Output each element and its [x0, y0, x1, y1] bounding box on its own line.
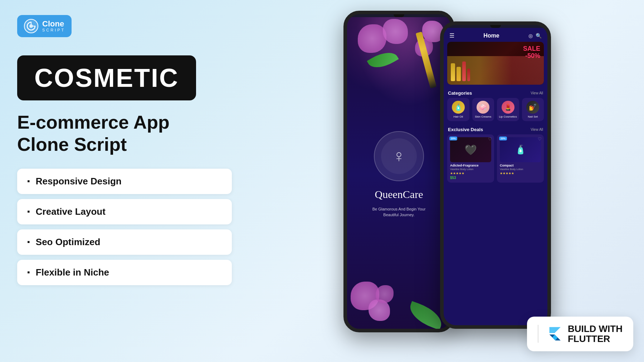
deals-section-header: Exclusive Deals View All [444, 124, 547, 134]
splash-brand-name: QueenCare [375, 188, 423, 200]
categories-section-header: Categories View All [444, 88, 547, 98]
splash-logo-circle: ♀ [374, 131, 424, 181]
feature-item-flexible: ▪ Flexible in Niche [17, 260, 232, 285]
flutter-badge-text: BUILD WITH FLUTTER [568, 324, 623, 344]
hero-subtitle: E-commerce App Clone Script [17, 111, 232, 156]
deal-name-2: Compact [500, 164, 541, 167]
hair-oil-label: Hair Oil [453, 115, 463, 118]
flower-bottom-3 [376, 285, 394, 303]
bullet-responsive: ▪ [27, 177, 30, 186]
subtitle-line2: Clone Script [17, 134, 127, 155]
phones-area: ♀ QueenCare Be Glamorous And Begin Your … [322, 0, 644, 362]
phone-topbar: ☰ Home ◎ 🔍 [444, 28, 547, 42]
deal-sub-1: Vaseline Body Lotion [450, 168, 491, 170]
splash-screen: ♀ QueenCare Be Glamorous And Begin Your … [347, 17, 451, 332]
logo-area: Clone SCRIPT [17, 15, 72, 37]
deal-sub-2: Vaseline Body Lotion [500, 168, 541, 170]
logo-text: Clone SCRIPT [42, 20, 65, 32]
hair-oil-icon: 🧴 [452, 101, 465, 114]
category-nail-set: 💅 Nail Set [522, 98, 544, 121]
deal-card-1: 20% ♡ 🖤 Adicted-Fragrance Vaseline Body … [447, 134, 494, 183]
subtitle-line1: E-commerce App [17, 112, 170, 133]
deals-row: 20% ♡ 🖤 Adicted-Fragrance Vaseline Body … [444, 134, 547, 183]
deals-view-all: View All [531, 128, 543, 132]
sale-percent: -50% [523, 53, 540, 60]
location-icon: ◎ [528, 33, 533, 39]
svg-marker-2 [549, 327, 560, 333]
splash-logo-inner: ♀ [381, 138, 417, 174]
feature-text-flexible: Flexible in Niche [36, 267, 109, 278]
silhouette-icon: ♀ [392, 146, 405, 166]
left-content-area: COSMETIC E-commerce App Clone Script ▪ R… [17, 55, 232, 285]
logo-script-text: SCRIPT [42, 28, 65, 32]
phone-splash-mockup: ♀ QueenCare Be Glamorous And Begin Your … [343, 11, 454, 332]
skin-creams-label: Skin Creams [475, 115, 491, 118]
feature-item-responsive: ▪ Responsive Design [17, 169, 232, 194]
deals-title: Exclusive Deals [448, 127, 483, 132]
deal-price-1: $53 [450, 176, 491, 180]
flutter-line1: BUILD WITH [568, 323, 623, 334]
skin-creams-icon: 🧼 [477, 101, 489, 114]
flutter-icon [544, 325, 562, 343]
home-screen: ☰ Home ◎ 🔍 SALE -50% [444, 28, 547, 328]
feature-item-creative: ▪ Creative Layout [17, 199, 232, 224]
flower-decoration-4 [383, 19, 408, 44]
category-skin-creams: 🧼 Skin Creams [472, 98, 494, 121]
home-screen-title: Home [483, 33, 499, 39]
deal-name-1: Adicted-Fragrance [450, 164, 491, 167]
flutter-line2: FLUTTER [568, 333, 610, 344]
deal-image-2: 🧴 [500, 137, 541, 162]
bullet-creative: ▪ [27, 207, 30, 216]
lip-cosmetics-label: Lip Cosmetics [499, 115, 517, 118]
features-list: ▪ Responsive Design ▪ Creative Layout ▪ … [17, 169, 232, 285]
nail-set-label: Nail Set [528, 115, 538, 118]
tagline-line2: Beautiful Journey. [383, 213, 414, 217]
deal-image-1: 🖤 [450, 137, 491, 162]
feature-text-responsive: Responsive Design [36, 176, 122, 187]
feature-item-seo: ▪ Seo Optimized [17, 229, 232, 255]
category-lip-cosmetics: 💄 Lip Cosmetics [497, 98, 519, 121]
feature-text-creative: Creative Layout [36, 206, 106, 217]
topbar-right-icons: ◎ 🔍 [528, 33, 542, 39]
sale-label: SALE [523, 45, 540, 53]
deal-badge-1: 20% [449, 137, 457, 140]
nail-set-icon: 💅 [526, 101, 539, 114]
floral-bottom-decoration [347, 253, 451, 332]
leaf-bottom [406, 301, 445, 330]
flower-decoration-1 [358, 24, 386, 53]
cosmetic-badge: COSMETIC [17, 55, 196, 100]
clone-script-logo-icon [24, 19, 39, 34]
categories-title: Categories [448, 90, 472, 96]
hamburger-icon: ☰ [449, 32, 454, 39]
tagline-line1: Be Glamorous And Begin Your [372, 207, 426, 211]
deal-heart-2: ♡ [538, 137, 542, 142]
phone-notch-left [394, 14, 404, 17]
sale-banner: SALE -50% [447, 42, 544, 85]
category-hair-oil: 🧴 Hair Oil [447, 98, 469, 121]
deal-heart-1: ♡ [488, 137, 492, 142]
svg-point-1 [29, 24, 33, 28]
flutter-badge-divider [538, 325, 538, 343]
sale-text: SALE -50% [523, 45, 540, 60]
deal-stars-1: ★★★★★ [450, 172, 491, 175]
phone-home-mockup: ☰ Home ◎ 🔍 SALE -50% [440, 21, 551, 329]
deal-badge-2: 20% [499, 137, 507, 140]
feature-text-seo: Seo Optimized [36, 237, 101, 248]
cosmetic-badge-text: COSMETIC [34, 64, 179, 92]
deal-card-2: 20% ♡ 🧴 Compact Vaseline Body Lotion ★★★… [497, 134, 544, 183]
categories-view-all: View All [531, 91, 543, 95]
search-icon: 🔍 [536, 33, 542, 39]
bullet-flexible: ▪ [27, 268, 30, 277]
categories-row: 🧴 Hair Oil 🧼 Skin Creams 💄 Lip Cosmetics… [444, 98, 547, 124]
splash-tagline: Be Glamorous And Begin Your Beautiful Jo… [372, 206, 426, 218]
phone-notch-right [490, 25, 501, 28]
flutter-badge: BUILD WITH FLUTTER [527, 317, 633, 351]
bullet-seo: ▪ [27, 237, 30, 247]
lip-cosmetics-icon: 💄 [502, 101, 514, 114]
logo-clone-text: Clone [42, 20, 65, 28]
deal-stars-2: ★★★★★ [500, 172, 541, 175]
